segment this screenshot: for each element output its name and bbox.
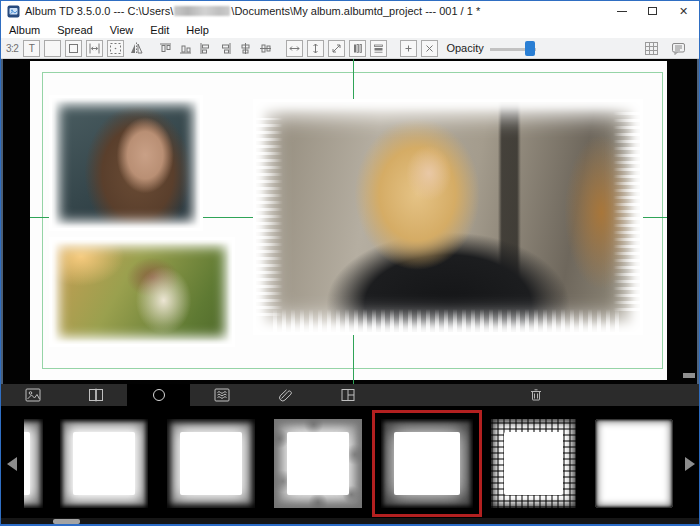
delete-mask-button[interactable] xyxy=(525,385,547,405)
center-vertical-icon xyxy=(259,42,272,55)
align-top-icon xyxy=(159,42,172,55)
minimize-icon xyxy=(617,11,627,12)
close-button[interactable]: ✕ xyxy=(668,1,699,21)
tab-textures[interactable] xyxy=(190,384,253,406)
mask-frame-preview xyxy=(274,419,362,508)
align-left-button[interactable] xyxy=(197,40,214,57)
tab-layouts[interactable] xyxy=(316,384,379,406)
menu-help[interactable]: Help xyxy=(186,24,209,36)
h-spacing-icon xyxy=(88,42,101,55)
align-bottom-button[interactable] xyxy=(177,40,194,57)
spread-canvas[interactable] xyxy=(1,59,699,384)
scroll-left-arrow[interactable] xyxy=(7,457,17,471)
maximize-icon xyxy=(648,7,657,15)
align-right-icon xyxy=(219,42,232,55)
photo-frame-blonde[interactable] xyxy=(253,99,643,335)
center-horizontal-button[interactable] xyxy=(237,40,254,57)
thumbnail-scrollbar[interactable] xyxy=(1,518,699,525)
mask-thumbnail-torn-smooth[interactable] xyxy=(589,413,679,514)
photo-woman-in-field xyxy=(52,240,232,344)
frame-spacing-button[interactable] xyxy=(86,40,103,57)
set-height-button[interactable] xyxy=(307,40,324,57)
tab-spreads[interactable] xyxy=(64,384,127,406)
center-vertical-button[interactable] xyxy=(257,40,274,57)
canvas-scroll-grip[interactable] xyxy=(683,373,695,378)
photo-frame-portrait[interactable] xyxy=(49,95,203,231)
caption-buttons: ✕ xyxy=(606,1,699,21)
spreads-icon xyxy=(86,387,106,403)
album-td-window: Album TD 3.5.0.0 --- C:\Users\\Documents… xyxy=(0,0,700,526)
titlebar: Album TD 3.5.0.0 --- C:\Users\\Documents… xyxy=(1,1,699,21)
flip-horizontal-button[interactable] xyxy=(128,40,145,57)
menu-spread[interactable]: Spread xyxy=(57,24,92,36)
tab-masks[interactable] xyxy=(127,384,190,406)
mask-thumbnail-spray-fine[interactable] xyxy=(54,413,154,514)
photo-portrait-young-woman xyxy=(52,98,200,228)
minimize-button[interactable] xyxy=(606,1,637,21)
mask-thumbnail-spray-heavy[interactable] xyxy=(372,410,482,517)
set-width-button[interactable] xyxy=(286,40,303,57)
app-icon xyxy=(7,5,20,18)
fit-to-page-button[interactable] xyxy=(107,40,124,57)
mask-frame-preview xyxy=(24,419,43,508)
scroll-right-arrow[interactable] xyxy=(685,457,695,471)
photo-blonde-woman xyxy=(256,102,640,332)
center-horizontal-icon xyxy=(239,42,252,55)
resource-tabbar xyxy=(1,384,699,406)
v-bars-icon xyxy=(351,42,364,55)
menu-view[interactable]: View xyxy=(110,24,134,36)
menu-album[interactable]: Album xyxy=(9,24,40,36)
thumbnail-scrollbar-thumb[interactable] xyxy=(53,519,80,524)
grid-button[interactable] xyxy=(643,40,660,57)
opacity-slider[interactable] xyxy=(490,40,536,57)
h-arrow-icon xyxy=(288,42,301,55)
menu-edit[interactable]: Edit xyxy=(150,24,169,36)
textures-icon xyxy=(212,387,232,403)
menubar: Album Spread View Edit Help xyxy=(1,21,699,38)
flip-icon xyxy=(129,42,144,55)
close-icon: ✕ xyxy=(679,6,688,17)
align-right-button[interactable] xyxy=(217,40,234,57)
align-top-button[interactable] xyxy=(157,40,174,57)
mask-thumbnail-soft-blobs[interactable] xyxy=(268,413,368,514)
fill-vertical-button[interactable] xyxy=(349,40,366,57)
layouts-icon xyxy=(338,387,358,403)
masks-icon xyxy=(149,387,169,403)
mask-thumbnail-spray-coarse[interactable] xyxy=(161,413,261,514)
opacity-slider-thumb[interactable] xyxy=(525,41,535,56)
photos-icon xyxy=(23,387,43,403)
aspect-ratio-button[interactable]: 3:2 xyxy=(6,43,18,54)
fill-horizontal-button[interactable] xyxy=(370,40,387,57)
text-frame-button[interactable]: T xyxy=(23,40,40,57)
clipart-icon xyxy=(275,387,295,403)
text-icon: T xyxy=(29,43,35,54)
mask-frame-preview xyxy=(595,419,673,508)
mask-frame-preview xyxy=(491,419,576,508)
opacity-label: Opacity xyxy=(446,42,483,54)
mask-thumbnail-woven[interactable] xyxy=(485,413,582,514)
tab-photos[interactable] xyxy=(1,384,64,406)
mask-thumbnail-spray-partial[interactable] xyxy=(24,413,48,514)
mask-frame-preview xyxy=(60,419,148,508)
mask-thumbnail-strip xyxy=(1,406,699,518)
notes-button[interactable] xyxy=(670,40,687,57)
tab-clipart[interactable] xyxy=(253,384,316,406)
inner-frame-icon xyxy=(67,42,80,55)
grid-icon xyxy=(644,41,659,56)
add-frame-button[interactable] xyxy=(400,40,417,57)
border-frame-button[interactable] xyxy=(65,40,82,57)
maximize-button[interactable] xyxy=(637,1,668,21)
cross-icon xyxy=(423,42,436,55)
v-arrow-icon xyxy=(309,42,322,55)
window-title: Album TD 3.5.0.0 --- C:\Users\\Documents… xyxy=(25,5,480,17)
trash-icon xyxy=(528,387,544,403)
photo-frame-field[interactable] xyxy=(49,237,235,347)
fit-page-icon xyxy=(109,42,122,55)
empty-frame-button[interactable] xyxy=(44,40,61,57)
toolbar: 3:2 T Opacity xyxy=(1,38,699,59)
h-bars-icon xyxy=(372,42,385,55)
align-left-icon xyxy=(199,42,212,55)
mask-frame-preview xyxy=(167,419,255,508)
remove-frame-button[interactable] xyxy=(421,40,438,57)
set-diagonal-button[interactable] xyxy=(328,40,345,57)
